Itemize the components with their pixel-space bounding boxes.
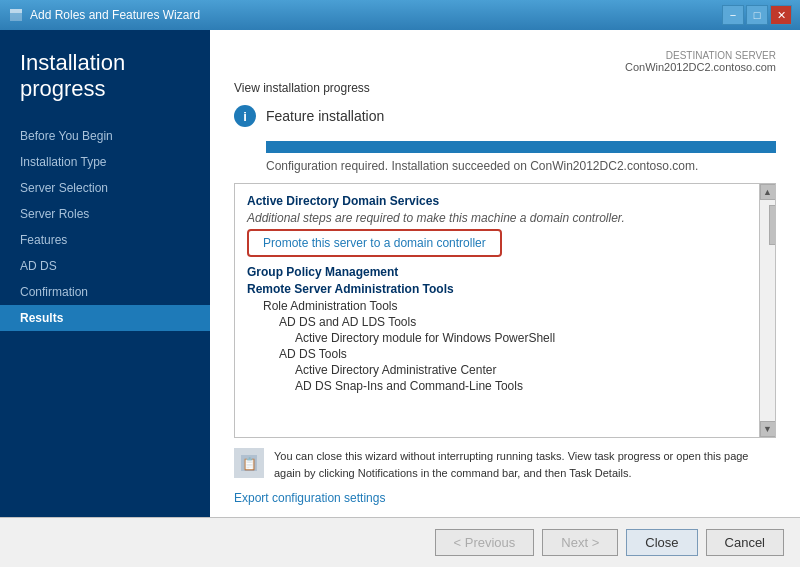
ad-powershell: Active Directory module for Windows Powe…	[247, 331, 747, 345]
sidebar-item-ad-ds[interactable]: AD DS	[0, 253, 210, 279]
svg-text:📋: 📋	[242, 456, 257, 471]
title-bar: Add Roles and Features Wizard − □ ✕	[0, 0, 800, 30]
ad-snapins: AD DS Snap-Ins and Command-Line Tools	[247, 379, 747, 393]
ad-ds-tools: AD DS Tools	[247, 347, 747, 361]
sidebar-title: Installation progress	[0, 50, 210, 123]
previous-button[interactable]: < Previous	[435, 529, 535, 556]
scrollbar-up[interactable]: ▲	[760, 184, 776, 200]
success-text: Configuration required. Installation suc…	[266, 159, 776, 173]
feature-list-container: Active Directory Domain Services Additio…	[234, 183, 776, 438]
promote-link[interactable]: Promote this server to a domain controll…	[247, 229, 502, 257]
progress-bar-fill	[266, 141, 776, 153]
sidebar-item-installation-type[interactable]: Installation Type	[0, 149, 210, 175]
svg-rect-1	[10, 9, 22, 13]
info-icon: i	[234, 105, 256, 127]
next-button[interactable]: Next >	[542, 529, 618, 556]
ad-admin-center: Active Directory Administrative Center	[247, 363, 747, 377]
title-bar-title: Add Roles and Features Wizard	[30, 8, 200, 22]
restore-button[interactable]: □	[746, 5, 768, 25]
sidebar: Installation progress Before You Begin I…	[0, 30, 210, 517]
sidebar-item-server-roles[interactable]: Server Roles	[0, 201, 210, 227]
close-window-button[interactable]: ✕	[770, 5, 792, 25]
export-link[interactable]: Export configuration settings	[234, 491, 776, 505]
feature-list-scrollbar: ▲ ▼	[759, 184, 775, 437]
progress-bar-container	[266, 141, 776, 153]
feature-install-label: Feature installation	[266, 108, 384, 124]
destination-server-value: ConWin2012DC2.contoso.com	[625, 61, 776, 73]
section-title: View installation progress	[234, 81, 776, 95]
scrollbar-down[interactable]: ▼	[760, 421, 776, 437]
rsat-header: Remote Server Administration Tools	[247, 282, 747, 296]
wizard-footer: < Previous Next > Close Cancel	[0, 517, 800, 567]
scrollbar-thumb[interactable]	[769, 205, 777, 245]
ad-ds-warning: Additional steps are required to make th…	[247, 211, 747, 225]
minimize-button[interactable]: −	[722, 5, 744, 25]
wizard-icon	[8, 7, 24, 23]
wizard-container: Installation progress Before You Begin I…	[0, 30, 800, 567]
destination-server-label: DESTINATION SERVER	[234, 50, 776, 61]
notice-row: 📋 You can close this wizard without inte…	[234, 448, 776, 481]
sidebar-item-server-selection[interactable]: Server Selection	[0, 175, 210, 201]
gpm-header: Group Policy Management	[247, 265, 747, 279]
cancel-button[interactable]: Cancel	[706, 529, 784, 556]
feature-install-row: i Feature installation	[234, 105, 776, 127]
destination-server: DESTINATION SERVER ConWin2012DC2.contoso…	[234, 50, 776, 73]
sidebar-item-confirmation[interactable]: Confirmation	[0, 279, 210, 305]
wizard-body: Installation progress Before You Begin I…	[0, 30, 800, 517]
sidebar-item-features[interactable]: Features	[0, 227, 210, 253]
notice-text: You can close this wizard without interr…	[274, 448, 776, 481]
title-bar-buttons: − □ ✕	[722, 5, 792, 25]
main-content: DESTINATION SERVER ConWin2012DC2.contoso…	[210, 30, 800, 517]
ad-ds-lds-tools: AD DS and AD LDS Tools	[247, 315, 747, 329]
close-button[interactable]: Close	[626, 529, 697, 556]
sidebar-item-before-you-begin[interactable]: Before You Begin	[0, 123, 210, 149]
role-admin-tools: Role Administration Tools	[247, 299, 747, 313]
title-bar-left: Add Roles and Features Wizard	[8, 7, 200, 23]
feature-list[interactable]: Active Directory Domain Services Additio…	[235, 184, 759, 437]
notice-icon: 📋	[234, 448, 264, 478]
sidebar-item-results[interactable]: Results	[0, 305, 210, 331]
ad-ds-header: Active Directory Domain Services	[247, 194, 747, 208]
